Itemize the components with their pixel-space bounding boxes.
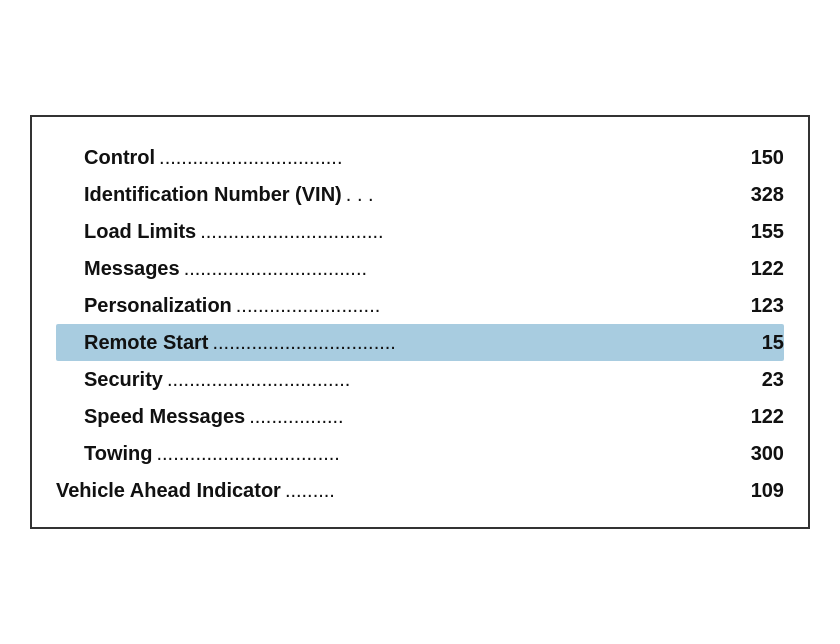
toc-page-load-limits: 155 — [749, 217, 784, 246]
toc-item-vehicle-ahead[interactable]: Vehicle Ahead Indicator .........109 — [56, 472, 784, 509]
toc-item-remote-start[interactable]: Remote Start ...........................… — [56, 324, 784, 361]
toc-page-speed-messages: 122 — [749, 402, 784, 431]
toc-item-control[interactable]: Control ................................… — [56, 139, 784, 176]
toc-label-messages: Messages — [84, 254, 180, 283]
toc-label-security: Security — [84, 365, 163, 394]
toc-item-security[interactable]: Security ...............................… — [56, 361, 784, 398]
toc-label-speed-messages: Speed Messages — [84, 402, 245, 431]
toc-item-load-limits[interactable]: Load Limits ............................… — [56, 213, 784, 250]
toc-item-speed-messages[interactable]: Speed Messages .................122 — [56, 398, 784, 435]
toc-label-personalization: Personalization — [84, 291, 232, 320]
toc-dots-speed-messages: ................. — [245, 402, 748, 431]
toc-dots-remote-start: ................................. — [208, 328, 759, 357]
toc-dots-towing: ................................. — [153, 439, 749, 468]
toc-item-messages[interactable]: Messages ...............................… — [56, 250, 784, 287]
toc-label-vehicle-ahead: Vehicle Ahead Indicator — [56, 476, 281, 505]
toc-page-personalization: 123 — [749, 291, 784, 320]
toc-page-control: 150 — [749, 143, 784, 172]
toc-dots-messages: ................................. — [180, 254, 749, 283]
toc-label-remote-start: Remote Start — [84, 328, 208, 357]
toc-items-list: Control ................................… — [56, 139, 784, 509]
toc-page-messages: 122 — [749, 254, 784, 283]
toc-item-personalization[interactable]: Personalization ........................… — [56, 287, 784, 324]
toc-dots-vehicle-ahead: ......... — [281, 476, 749, 505]
toc-item-vin[interactable]: Identification Number (VIN) . . .328 — [56, 176, 784, 213]
toc-page-security: 23 — [760, 365, 784, 394]
toc-page-remote-start: 15 — [760, 328, 784, 357]
toc-page-towing: 300 — [749, 439, 784, 468]
toc-label-towing: Towing — [84, 439, 153, 468]
toc-item-towing[interactable]: Towing .................................… — [56, 435, 784, 472]
toc-label-load-limits: Load Limits — [84, 217, 196, 246]
toc-label-control: Control — [84, 143, 155, 172]
toc-page-vin: 328 — [749, 180, 784, 209]
toc-container: Control ................................… — [30, 115, 810, 529]
toc-dots-load-limits: ................................. — [196, 217, 748, 246]
toc-dots-personalization: .......................... — [232, 291, 749, 320]
toc-dots-control: ................................. — [155, 143, 749, 172]
toc-dots-vin: . . . — [342, 180, 749, 209]
toc-dots-security: ................................. — [163, 365, 760, 394]
toc-page-vehicle-ahead: 109 — [749, 476, 784, 505]
toc-label-vin: Identification Number (VIN) — [84, 180, 342, 209]
